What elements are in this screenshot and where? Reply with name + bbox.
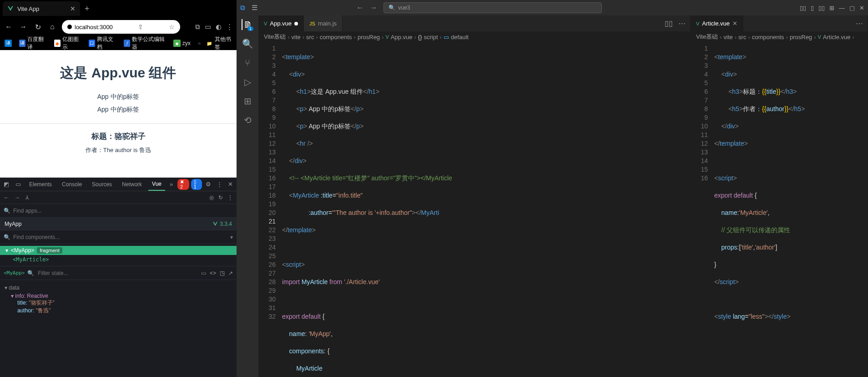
bookmark-item[interactable]: ◆亿图图示 [52,35,84,52]
hamburger-icon[interactable]: ☰ [252,4,257,12]
split-icon[interactable]: ▯▯ [665,19,673,28]
minimize-icon[interactable]: — [839,5,845,11]
browser-window: Vite App ✕ + ← → ↻ ⌂ localhost:3000 ⇪ ☆ … [0,0,237,377]
bookmark-item[interactable]: 译百度翻译 [17,35,49,52]
more-icon[interactable]: ⋯ [678,19,686,28]
back-icon[interactable]: ← [4,23,14,31]
code-editor[interactable]: 12345678910111213141516 <template> <div>… [691,42,868,377]
close-devtools-icon[interactable]: ✕ [226,181,235,188]
code-icon[interactable]: <> [210,270,216,276]
layout-icon[interactable]: ▯▯ [800,5,806,11]
address-bar[interactable]: localhost:3000 ⇪ ☆ [62,20,180,34]
filter-state-input[interactable] [38,270,201,276]
page-hr [0,123,237,124]
vue-version: 3.3.4 [212,221,232,227]
run-debug-icon[interactable]: ▷ [242,76,253,87]
dom-icon[interactable]: ◳ [220,270,225,276]
extensions-icon[interactable]: ⊞ [242,96,253,107]
search-icon: 🔍 [389,5,395,11]
page-h3: 标题：骆驼祥子 [91,131,146,142]
line-gutter: 1234567891011121314151617181920212223242… [258,42,282,377]
settings-icon[interactable]: ⚙ [204,181,213,188]
nav-back-icon[interactable]: ← [356,4,363,12]
source-control-icon[interactable]: ⑂ [242,57,253,68]
share-icon[interactable]: ⇪ [138,23,143,31]
collapse-icon[interactable]: ▾ [230,234,233,240]
tree-icon[interactable]: ⅄ [25,194,29,201]
find-components[interactable]: 🔍 Find components... ▾ [0,230,237,244]
browser-tabbar: Vite App ✕ + [0,0,237,17]
vscode-titlebar: ⧉ ☰ ← → 🔍 vue3 ▯▯ ▯ ▯▯ ⊞ — ▢ ✕ [237,0,868,15]
editor-tab[interactable]: JS main.js [304,15,343,31]
devtools-tab[interactable]: Network [118,178,146,190]
devtools-tab[interactable]: Elements [25,178,56,190]
state-panel: ▾ data ▾ info: Reactive title: "骆驼祥子" au… [0,280,237,317]
code-editor[interactable]: 1234567891011121314151617181920212223242… [258,42,690,377]
code-source[interactable]: <template> <div> <h1>这是 App.vue 组件</h1> … [282,42,665,377]
layout-icon[interactable]: ⊞ [829,5,834,11]
tree-node[interactable]: <MyArticle> [0,255,237,264]
layout-icon[interactable]: ▯ [811,5,814,11]
dim-icon[interactable]: ◐ [216,23,222,31]
nav-forward-icon[interactable]: → [370,4,377,12]
copy-icon[interactable]: ▭ [201,270,206,276]
tree-node-selected[interactable]: ▾<MyApp> fragment [0,246,237,255]
command-center[interactable]: 🔍 vue3 [384,2,602,13]
layout-icon[interactable]: ▯▯ [818,5,825,11]
devtools-menu-icon[interactable]: ⋮ [215,181,224,188]
minimap[interactable] [665,42,690,377]
devtools-tab-active[interactable]: Vue [148,178,165,191]
error-badge[interactable]: ✖ 2 [177,179,189,190]
editor-tab-active[interactable]: V App.vue [258,15,304,31]
bookmark-item[interactable]: 𝑓数学公式编辑器 [122,35,168,52]
editor-tab-active[interactable]: V Article.vue ✕ [691,15,743,31]
bookmark-item[interactable]: ■zyx [172,39,192,48]
close-tab-icon[interactable]: ✕ [732,20,737,27]
device-icon[interactable]: ▭ [14,181,23,188]
breadcrumb[interactable]: Vite基础› vite› src› components› prosReg› … [258,31,690,42]
forward-icon[interactable]: → [15,194,20,201]
inspect-icon[interactable]: ◩ [2,181,11,188]
devtools-tab[interactable]: Sources [88,178,116,190]
state-key: ▾ info: Reactive [11,293,232,299]
more-tabs-icon[interactable]: » [168,181,175,188]
refresh-icon[interactable]: ↻ [218,194,223,201]
home-icon[interactable]: ⌂ [47,23,57,31]
find-apps[interactable]: 🔍 Find apps... [0,204,237,218]
browser-tab[interactable]: Vite App ✕ [3,1,80,16]
explorer-icon[interactable]: 🗎1 [242,19,252,30]
site-info-icon[interactable] [67,25,72,29]
bookmark-overflow[interactable]: » [198,40,201,46]
editor-area: V App.vue JS main.js ▯▯ ⋯ Vite基础› [258,15,868,377]
forward-icon[interactable]: → [18,23,28,31]
minimap[interactable] [842,42,868,377]
maximize-icon[interactable]: ▢ [849,5,855,11]
reload-icon[interactable]: ↻ [33,23,43,31]
target-icon[interactable]: ◎ [209,194,214,201]
menu-icon[interactable]: ⋮ [226,23,233,31]
open-icon[interactable]: ↗ [228,270,233,276]
close-icon[interactable]: ✕ [70,5,76,12]
search-icon[interactable]: 🔍 [242,38,253,49]
vue-devtools-bar: ← → ⅄ ◎ ↻ ⋮ [0,191,237,204]
account-icon[interactable]: ▭ [205,23,211,31]
breadcrumb[interactable]: Vite基础› vite› src› components› prosReg› … [691,31,868,42]
code-source[interactable]: <template> <div> <h3>标题：{{title}}</h3> <… [714,42,842,377]
extensions-icon[interactable]: ⧉ [195,23,200,31]
search-icon: 🔍 [4,208,10,214]
page-h5: 作者：The author is 鲁迅 [86,146,151,154]
more-icon[interactable]: ⋯ [856,19,863,28]
more-icon[interactable]: ⋮ [227,194,233,201]
info-badge[interactable]: ▯ 1 [191,179,202,190]
other-bookmarks[interactable]: 📁其他书签 [206,36,234,51]
star-icon[interactable]: ☆ [169,23,175,31]
back-icon[interactable]: ← [4,194,9,201]
remote-icon[interactable]: ⟲ [242,115,253,126]
bookmark-item[interactable]: 口腾讯文档 [87,35,118,52]
close-icon[interactable]: ✕ [859,5,864,11]
devtools-tab[interactable]: Console [58,178,86,190]
bookmark-item[interactable]: 译 [3,39,14,48]
page-p: App 中的p标签 [97,93,140,101]
app-row[interactable]: MyApp 3.3.4 [0,218,237,230]
new-tab-button[interactable]: + [85,4,90,14]
